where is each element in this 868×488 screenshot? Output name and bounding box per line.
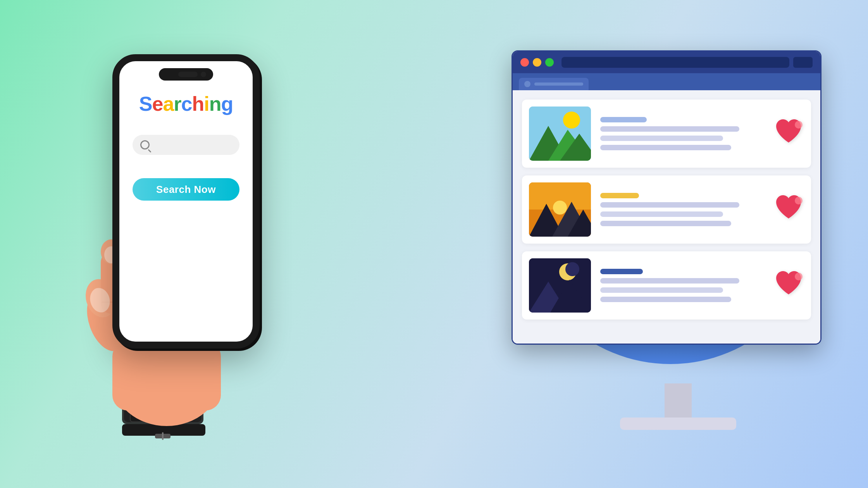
result-thumbnail-1	[529, 107, 591, 161]
browser-tabbar	[513, 73, 820, 90]
search-icon	[140, 140, 150, 149]
svg-point-47	[795, 273, 803, 280]
svg-point-34	[795, 121, 803, 129]
title-letter-n: n	[209, 93, 221, 115]
svg-point-30	[563, 112, 580, 129]
phone-side-button-right	[258, 139, 260, 185]
phone-content-area: Searching Search Now	[119, 61, 253, 342]
result-3-category	[600, 269, 643, 274]
browser-titlebar	[513, 52, 820, 73]
browser-window	[512, 50, 822, 345]
heart-button-1[interactable]	[773, 116, 804, 151]
result-card-2-info	[600, 193, 764, 226]
phone-app-title: Searching	[139, 92, 233, 115]
monitor-stand-base	[620, 418, 736, 430]
heart-wrapper-2	[773, 192, 804, 227]
result-card-3[interactable]	[522, 251, 811, 320]
result-thumbnail-2	[529, 182, 591, 237]
result-2-desc-2	[600, 221, 731, 226]
traffic-light-minimize[interactable]	[533, 58, 541, 67]
heart-wrapper-1	[773, 116, 804, 151]
browser-content	[513, 90, 820, 344]
title-letter-h: h	[192, 93, 204, 115]
result-1-desc-1	[600, 136, 723, 141]
title-letter-a: a	[163, 93, 174, 115]
phone-screen: Searching Search Now	[119, 61, 253, 342]
result-3-title	[600, 278, 739, 284]
phone-section: Searching Search Now	[62, 31, 326, 457]
title-letter-c: c	[181, 93, 192, 115]
traffic-light-fullscreen[interactable]	[545, 58, 554, 67]
monitor-section	[512, 39, 845, 387]
browser-address-bar[interactable]	[561, 57, 789, 68]
svg-point-37	[553, 201, 567, 215]
phone-notch	[159, 68, 213, 81]
traffic-light-close[interactable]	[520, 58, 529, 67]
search-now-button[interactable]: Search Now	[133, 178, 239, 201]
result-card-3-info	[600, 269, 764, 302]
svg-rect-7	[162, 432, 164, 440]
title-letter-i: i	[204, 93, 209, 115]
title-letter-g: g	[221, 93, 233, 115]
phone-search-bar[interactable]	[133, 135, 239, 155]
result-thumbnail-3	[529, 258, 591, 313]
result-card-2[interactable]	[522, 175, 811, 244]
result-3-desc-1	[600, 287, 723, 293]
result-1-desc-2	[600, 145, 731, 150]
svg-point-41	[795, 197, 803, 204]
notch-camera	[201, 72, 206, 77]
result-card-1[interactable]	[522, 100, 811, 168]
result-2-category	[600, 193, 639, 198]
result-2-desc-1	[600, 211, 723, 217]
result-2-title	[600, 202, 739, 208]
tab-favicon	[524, 81, 530, 87]
title-letter-r: r	[174, 93, 181, 115]
result-1-category	[600, 117, 647, 122]
browser-menu-button[interactable]	[793, 57, 813, 68]
title-letter-e: e	[152, 93, 163, 115]
monitor-stand-neck	[665, 383, 692, 418]
heart-button-2[interactable]	[773, 192, 804, 227]
tab-title-line	[534, 82, 583, 86]
notch-pill	[178, 72, 198, 77]
title-letter-s: S	[139, 93, 152, 115]
result-1-title	[600, 126, 739, 132]
heart-button-3[interactable]	[773, 268, 804, 303]
scene: Searching Search Now	[0, 0, 868, 488]
heart-wrapper-3	[773, 268, 804, 303]
result-card-1-info	[600, 117, 764, 150]
browser-tab-active[interactable]	[519, 78, 589, 90]
svg-point-44	[565, 262, 579, 276]
svg-rect-9	[112, 341, 221, 411]
phone-side-button-left	[112, 123, 114, 154]
phone-device: Searching Search Now	[112, 54, 260, 349]
result-3-desc-2	[600, 297, 731, 302]
